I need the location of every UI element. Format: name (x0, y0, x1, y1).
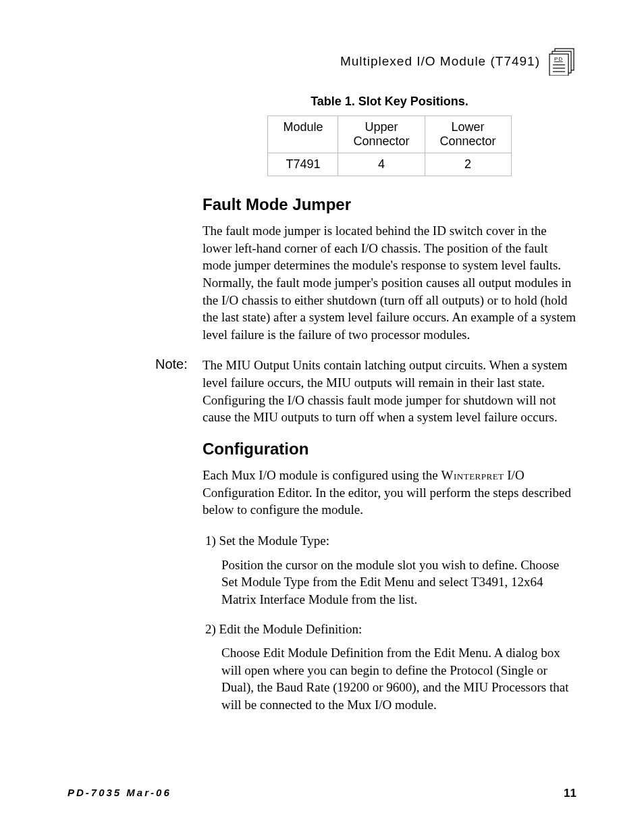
page-footer: PD-7035 Mar-06 11 (68, 787, 576, 800)
config-steps: 1) Set the Module Type: Position the cur… (205, 532, 576, 714)
col-module: Module (268, 116, 338, 153)
footer-page-number: 11 (564, 787, 576, 800)
winterpret-smallcaps: Winterpret (441, 468, 504, 482)
table-caption: Table 1. Slot Key Positions. (203, 95, 576, 109)
table-row: T7491 4 2 (268, 153, 511, 176)
header-title: Multiplexed I/O Module (T7491) (340, 54, 540, 69)
step-1-body: Position the cursor on the module slot y… (221, 556, 576, 608)
page-header: Multiplexed I/O Module (T7491) PD (68, 47, 576, 76)
para-fault-mode: The fault mode jumper is located behind … (203, 222, 576, 343)
svg-text:PD: PD (554, 56, 563, 62)
step-2-body: Choose Edit Module Definition from the E… (221, 644, 576, 714)
note-label: Note: (155, 357, 188, 372)
step-2-head: 2) Edit the Module Definition: (205, 621, 576, 638)
heading-fault-mode: Fault Mode Jumper (203, 195, 576, 214)
slot-key-table: Module UpperConnector LowerConnector T74… (267, 115, 511, 176)
para-config-intro: Each Mux I/O module is configured using … (203, 467, 576, 519)
col-upper: UpperConnector (338, 116, 425, 153)
para-note: The MIU Output Units contain latching ou… (203, 357, 576, 426)
note-block: Note: The MIU Output Units contain latch… (203, 357, 576, 426)
pd-document-icon: PD (548, 47, 576, 76)
table-header-row: Module UpperConnector LowerConnector (268, 116, 511, 153)
footer-doc-id: PD-7035 Mar-06 (68, 787, 171, 800)
heading-configuration: Configuration (203, 440, 576, 459)
step-1-head: 1) Set the Module Type: (205, 532, 576, 550)
col-lower: LowerConnector (425, 116, 511, 153)
